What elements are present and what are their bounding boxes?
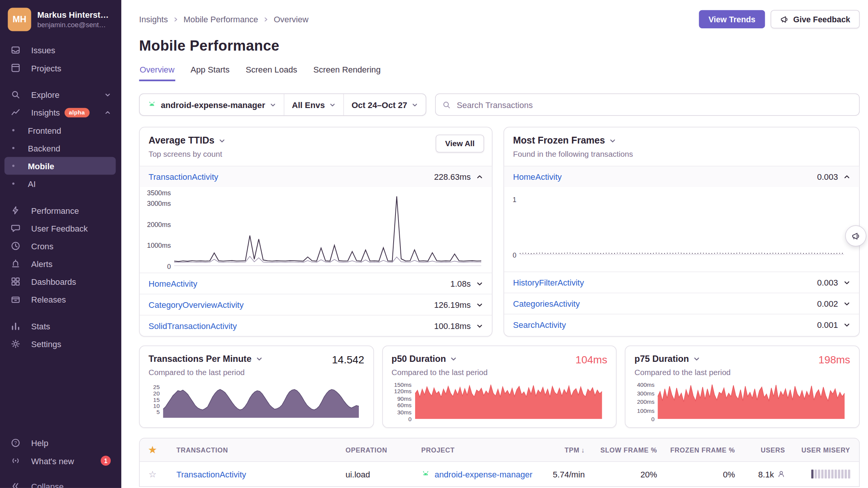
sidebar-item-help[interactable]: ? Help	[5, 434, 116, 452]
col-project[interactable]: PROJECT	[421, 446, 544, 454]
transaction-link[interactable]: HomeActivity	[513, 172, 562, 181]
chevron-down-icon[interactable]	[843, 279, 850, 286]
app: MH Markus Hinterst… benjamin.coe@sent… I…	[0, 0, 868, 488]
most-frozen-frames-panel: Most Frozen Frames Found in the followin…	[504, 127, 860, 337]
breadcrumb-overview: Overview	[274, 14, 309, 24]
tab-screen-rendering[interactable]: Screen Rendering	[313, 65, 381, 81]
transaction-link[interactable]: HomeActivity	[148, 279, 197, 288]
col-tpm[interactable]: TPM ↓	[565, 446, 585, 454]
col-frozen-frame[interactable]: FROZEN FRAME %	[670, 446, 735, 454]
environment-filter[interactable]: All Envs	[284, 94, 343, 115]
favorite-star-icon[interactable]: ★	[148, 445, 176, 455]
row-value: 0.001	[817, 320, 838, 329]
sidebar-item-ai[interactable]: AI	[5, 175, 116, 193]
col-transaction[interactable]: TRANSACTION	[176, 446, 346, 454]
insights-icon	[11, 107, 21, 117]
sidebar-item-insights[interactable]: Insights alpha	[5, 103, 116, 121]
sidebar-item-label: Settings	[31, 339, 61, 349]
tab-app-starts[interactable]: App Starts	[190, 65, 230, 81]
chevron-down-icon[interactable]	[476, 301, 483, 308]
transaction-link[interactable]: TransactionActivity	[176, 469, 346, 479]
tab-overview[interactable]: Overview	[139, 65, 175, 81]
frozen-chart-block: 10	[504, 187, 859, 272]
chevron-down-icon[interactable]	[476, 323, 483, 329]
sidebar-item-performance[interactable]: Performance	[5, 201, 116, 219]
transaction-link[interactable]: CategoriesActivity	[513, 299, 580, 308]
sidebar-item-mobile[interactable]: Mobile	[5, 157, 116, 175]
project-link[interactable]: android-expense-manager	[434, 469, 532, 479]
card-title: Transactions Per Minute	[148, 354, 251, 364]
transaction-link[interactable]: HistoryFilterActivity	[513, 278, 584, 287]
give-feedback-button[interactable]: Give Feedback	[771, 10, 860, 29]
sidebar-item-explore[interactable]: Explore	[5, 86, 116, 103]
card-subtitle: Compared to the last period	[148, 368, 263, 377]
tpm-value: 14.542	[332, 354, 364, 366]
col-slow-frame[interactable]: SLOW FRAME %	[600, 446, 657, 454]
p50-area-chart	[415, 385, 602, 419]
sidebar-item-releases[interactable]: Releases	[5, 290, 116, 308]
chevron-down-icon[interactable]	[843, 300, 850, 307]
col-operation[interactable]: OPERATION	[346, 446, 421, 454]
sidebar-item-backend[interactable]: Backend	[5, 139, 116, 157]
frozen-frames-chart	[520, 199, 844, 255]
transaction-link[interactable]: TransactionActivity	[148, 172, 218, 181]
view-trends-button[interactable]: View Trends	[699, 10, 765, 29]
sort-desc-icon: ↓	[581, 446, 585, 454]
sidebar-bottom: ? Help What's new 1 Collapse	[0, 434, 121, 488]
topbar: Insights Mobile Performance Overview Vie…	[139, 10, 860, 29]
search-transactions-input[interactable]	[456, 99, 853, 110]
sidebar-collapse-button[interactable]: Collapse	[5, 477, 116, 488]
feedback-widget-button[interactable]	[845, 225, 866, 247]
chevron-down-icon[interactable]	[610, 137, 616, 144]
tab-bar: Overview App Starts Screen Loads Screen …	[139, 65, 860, 81]
chevron-down-icon[interactable]	[219, 137, 226, 144]
user-menu[interactable]: MH Markus Hinterst… benjamin.coe@sent…	[0, 0, 121, 36]
android-icon	[147, 100, 156, 109]
transaction-link[interactable]: CategoryOverviewActivity	[148, 300, 244, 309]
chevron-down-icon[interactable]	[450, 355, 457, 362]
sidebar-item-whats-new[interactable]: What's new 1	[5, 452, 116, 469]
sidebar-item-settings[interactable]: Settings	[5, 335, 116, 353]
sidebar-item-label: Alerts	[31, 259, 52, 269]
table-row: ☆ TransactionActivity ui.load android-ex…	[140, 462, 859, 486]
sidebar-item-projects[interactable]: Projects	[5, 59, 116, 77]
projects-icon	[11, 63, 21, 73]
archive-box-icon	[11, 294, 21, 304]
transaction-link[interactable]: SearchActivity	[513, 320, 566, 329]
lightning-icon	[11, 205, 21, 216]
chevron-up-icon[interactable]	[843, 173, 850, 180]
panel-subtitle: Top screens by count	[148, 150, 483, 159]
view-all-button[interactable]: View All	[436, 134, 484, 152]
sidebar-item-issues[interactable]: Issues	[5, 41, 116, 59]
col-user-misery[interactable]: USER MISERY	[802, 446, 850, 454]
sidebar-item-frontend[interactable]: Frontend	[5, 121, 116, 139]
average-ttids-panel: Average TTIDs Top screens by count View …	[139, 127, 492, 337]
breadcrumb-mobile-performance[interactable]: Mobile Performance	[184, 14, 258, 24]
star-outline-icon[interactable]: ☆	[148, 469, 176, 479]
date-range-filter[interactable]: Oct 24–Oct 27	[343, 94, 426, 115]
chevron-down-icon[interactable]	[693, 355, 700, 362]
p75-area-chart	[658, 385, 845, 419]
gear-icon	[11, 339, 21, 349]
sidebar-item-alerts[interactable]: Alerts	[5, 255, 116, 273]
chevron-down-icon[interactable]	[256, 355, 263, 362]
col-users[interactable]: USERS	[761, 446, 785, 454]
sidebar-item-user-feedback[interactable]: User Feedback	[5, 219, 116, 237]
sidebar-nav: Issues Projects Explore Insights alpha F…	[0, 41, 121, 353]
breadcrumb-insights[interactable]: Insights	[139, 14, 168, 24]
sidebar-item-crons[interactable]: Crons	[5, 237, 116, 255]
bullet-icon	[12, 182, 14, 185]
sidebar-item-label: Projects	[31, 63, 61, 73]
chevron-down-icon[interactable]	[476, 280, 483, 287]
sidebar-item-dashboards[interactable]: Dashboards	[5, 273, 116, 290]
sidebar: MH Markus Hinterst… benjamin.coe@sent… I…	[0, 0, 121, 488]
project-filter[interactable]: android-expense-manager	[140, 94, 284, 115]
transaction-link[interactable]: SolidTransactionActivity	[148, 321, 237, 330]
users-cell: 8.1k	[758, 469, 785, 479]
chevron-up-icon[interactable]	[476, 173, 483, 180]
user-icon	[777, 470, 785, 478]
chevron-down-icon[interactable]	[843, 321, 850, 328]
users-count: 8.1k	[758, 469, 774, 479]
sidebar-item-stats[interactable]: Stats	[5, 317, 116, 335]
tab-screen-loads[interactable]: Screen Loads	[245, 65, 298, 81]
